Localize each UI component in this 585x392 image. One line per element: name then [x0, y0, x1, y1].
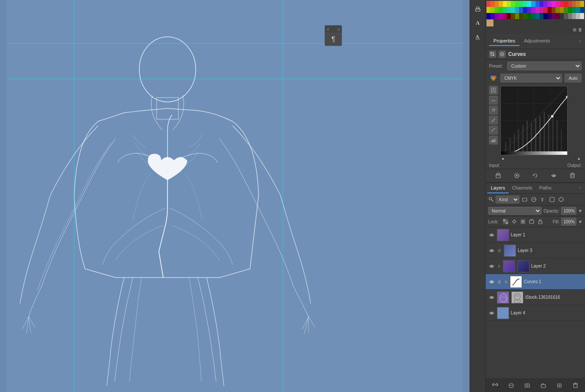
fill-arrow[interactable]: ▼: [578, 219, 582, 224]
opacity-input[interactable]: [561, 207, 576, 215]
tool-stamp-icon[interactable]: [473, 3, 483, 14]
swatch-tan[interactable]: [486, 20, 493, 26]
swatch-67[interactable]: [564, 13, 568, 19]
layer-4-eye[interactable]: [488, 310, 495, 317]
swatch-58[interactable]: [527, 13, 531, 19]
opacity-arrow[interactable]: ▼: [578, 209, 582, 213]
tab-adjustments[interactable]: Adjustments: [519, 36, 555, 46]
swatch-24[interactable]: [486, 7, 490, 13]
swatch-57[interactable]: [523, 13, 527, 19]
fill-input[interactable]: [561, 218, 576, 225]
swatch-4[interactable]: [503, 1, 507, 7]
properties-close-icon[interactable]: ≡: [579, 39, 582, 44]
floating-panel-close[interactable]: ×: [327, 27, 329, 32]
swatch-54[interactable]: [511, 13, 515, 19]
reset-icon[interactable]: [530, 171, 540, 180]
swatch-11[interactable]: [531, 1, 535, 7]
swatch-8[interactable]: [519, 1, 523, 7]
tool-type2-icon[interactable]: A: [473, 31, 483, 42]
swatch-25[interactable]: [490, 7, 494, 13]
lock-move[interactable]: [511, 218, 518, 225]
auto-button[interactable]: Auto: [565, 74, 582, 82]
swatch-55[interactable]: [515, 13, 519, 19]
swatch-30[interactable]: [511, 7, 515, 13]
floating-panel-expand[interactable]: »: [338, 27, 340, 32]
istock-eye[interactable]: [488, 294, 495, 301]
curves-sample-dark[interactable]: [489, 106, 498, 114]
swatch-26[interactable]: [495, 7, 499, 13]
swatch-1[interactable]: [490, 1, 494, 7]
swatch-23[interactable]: [580, 1, 584, 7]
lock-artboard[interactable]: [528, 218, 535, 225]
add-adjustment-btn[interactable]: [506, 381, 516, 390]
lock-transform[interactable]: [519, 218, 526, 225]
swatch-53[interactable]: [507, 13, 511, 19]
lock-all[interactable]: [537, 218, 544, 225]
swatch-46[interactable]: [576, 7, 580, 13]
swatch-43[interactable]: [564, 7, 568, 13]
swatch-19[interactable]: [564, 1, 568, 7]
swatch-22[interactable]: [576, 1, 580, 7]
swatch-12[interactable]: [536, 1, 539, 7]
curves-sample-light[interactable]: [489, 86, 498, 95]
delete-layer-btn[interactable]: [571, 381, 580, 390]
swatch-48[interactable]: [486, 13, 490, 19]
swatch-17[interactable]: [555, 1, 559, 7]
swatch-21[interactable]: [572, 1, 576, 7]
swatch-35[interactable]: [531, 7, 535, 13]
create-group-btn[interactable]: [539, 381, 548, 390]
create-layer-btn[interactable]: [555, 381, 564, 390]
swatch-42[interactable]: [560, 7, 564, 13]
swatch-49[interactable]: [490, 13, 494, 19]
lock-checkerboard[interactable]: [502, 218, 509, 225]
filter-shape-icon[interactable]: [548, 196, 556, 203]
link-layers-btn[interactable]: [490, 381, 500, 390]
swatch-delete-icon[interactable]: 🗑: [578, 27, 582, 32]
swatch-56[interactable]: [519, 13, 523, 19]
delete-layer-icon[interactable]: [568, 171, 577, 180]
curves-circle-icon[interactable]: [499, 51, 506, 58]
layer-item-1[interactable]: Layer 1: [486, 227, 585, 243]
swatch-60[interactable]: [536, 13, 539, 19]
swatch-44[interactable]: [568, 7, 572, 13]
tab-properties[interactable]: Properties: [489, 36, 519, 46]
swatch-resize-icon[interactable]: ⊠: [573, 27, 576, 32]
swatch-40[interactable]: [552, 7, 555, 13]
swatch-31[interactable]: [515, 7, 519, 13]
swatch-33[interactable]: [523, 7, 527, 13]
swatch-13[interactable]: [539, 1, 543, 7]
swatch-64[interactable]: [552, 13, 555, 19]
swatch-14[interactable]: [543, 1, 547, 7]
swatch-39[interactable]: [548, 7, 552, 13]
tab-layers[interactable]: Layers: [487, 183, 509, 193]
swatch-59[interactable]: [531, 13, 535, 19]
swatch-29[interactable]: [507, 7, 511, 13]
swatch-16[interactable]: [552, 1, 555, 7]
tool-type-icon[interactable]: A: [473, 17, 483, 28]
layer-item-istock[interactable]: iStock-136191616: [486, 290, 585, 305]
swatch-5[interactable]: [507, 1, 511, 7]
curves-grid-icon[interactable]: [489, 51, 496, 58]
filter-adjustment-icon[interactable]: [530, 196, 538, 203]
curves-pencil-tool[interactable]: [489, 116, 498, 124]
filter-pixel-icon[interactable]: [521, 196, 529, 203]
add-mask-btn[interactable]: [523, 381, 532, 390]
swatch-66[interactable]: [560, 13, 564, 19]
swatch-51[interactable]: [499, 13, 503, 19]
swatch-68[interactable]: [568, 13, 572, 19]
swatch-65[interactable]: [555, 13, 559, 19]
swatch-37[interactable]: [539, 7, 543, 13]
tab-paths[interactable]: Paths: [536, 183, 555, 193]
swatch-71[interactable]: [580, 13, 584, 19]
swatch-9[interactable]: [523, 1, 527, 7]
layer-2-eye[interactable]: [488, 263, 495, 270]
swatch-6[interactable]: [511, 1, 515, 7]
swatch-27[interactable]: [499, 7, 503, 13]
layer-item-3[interactable]: Layer 3: [486, 243, 585, 258]
tab-channels[interactable]: Channels: [509, 183, 536, 193]
swatch-70[interactable]: [576, 13, 580, 19]
swatch-62[interactable]: [543, 13, 547, 19]
swatch-3[interactable]: [499, 1, 503, 7]
clip-to-layer-icon[interactable]: [493, 171, 503, 180]
preset-select[interactable]: Custom: [507, 62, 582, 70]
